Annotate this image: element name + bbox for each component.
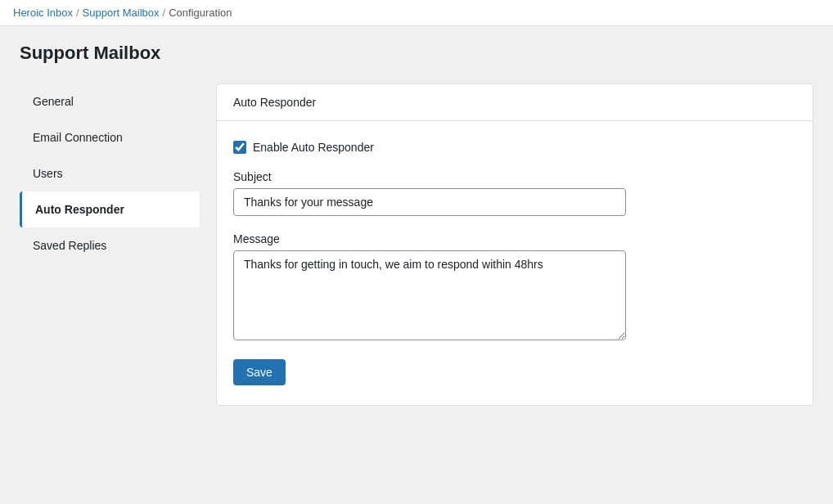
sidebar-item-saved-replies-label: Saved Replies <box>33 239 106 252</box>
sidebar-item-auto-responder[interactable]: Auto Responder <box>20 191 200 227</box>
sidebar-item-general-label: General <box>33 95 74 108</box>
subject-form-group: Subject <box>233 170 796 216</box>
breadcrumb: Heroic Inbox / Support Mailbox / Configu… <box>13 7 820 19</box>
breadcrumb-bar: Heroic Inbox / Support Mailbox / Configu… <box>0 0 833 26</box>
subject-label: Subject <box>233 170 796 183</box>
content-layout: General Email Connection Users Auto Resp… <box>20 83 813 406</box>
sidebar: General Email Connection Users Auto Resp… <box>20 83 200 406</box>
subject-input[interactable] <box>233 188 626 216</box>
section-header: Auto Responder <box>217 84 813 121</box>
checkbox-row: Enable Auto Responder <box>233 141 796 154</box>
sidebar-item-email-connection[interactable]: Email Connection <box>20 119 200 155</box>
save-button[interactable]: Save <box>233 359 286 385</box>
section-body: Enable Auto Responder Subject Message Sa… <box>217 121 813 405</box>
sidebar-item-users-label: Users <box>33 167 63 180</box>
page-title: Support Mailbox <box>20 43 813 64</box>
enable-auto-responder-label[interactable]: Enable Auto Responder <box>253 141 374 154</box>
breadcrumb-link-support-mailbox[interactable]: Support Mailbox <box>83 7 160 19</box>
breadcrumb-sep-2: / <box>163 7 166 19</box>
breadcrumb-sep-1: / <box>76 7 79 19</box>
sidebar-item-general[interactable]: General <box>20 83 200 119</box>
main-content: Auto Responder Enable Auto Responder Sub… <box>216 83 813 406</box>
sidebar-item-auto-responder-label: Auto Responder <box>35 203 124 216</box>
breadcrumb-link-heroic-inbox[interactable]: Heroic Inbox <box>13 7 73 19</box>
message-textarea[interactable] <box>233 250 626 340</box>
sidebar-item-users[interactable]: Users <box>20 155 200 191</box>
message-label: Message <box>233 232 796 245</box>
sidebar-item-email-connection-label: Email Connection <box>33 131 123 144</box>
sidebar-item-saved-replies[interactable]: Saved Replies <box>20 227 200 263</box>
enable-auto-responder-checkbox[interactable] <box>233 141 246 154</box>
page-wrapper: Support Mailbox General Email Connection… <box>0 26 833 422</box>
breadcrumb-current: Configuration <box>169 7 232 19</box>
section-title: Auto Responder <box>233 96 316 109</box>
message-form-group: Message <box>233 232 796 343</box>
